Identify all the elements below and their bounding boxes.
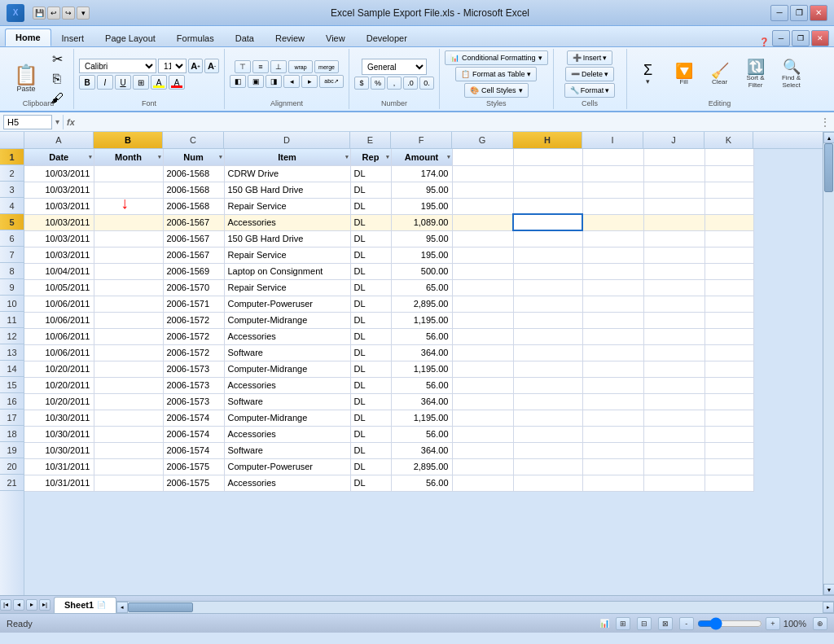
row-num-19[interactable]: 19 bbox=[0, 442, 24, 458]
month-dropdown-arrow[interactable]: ▾ bbox=[158, 154, 161, 160]
cell-D9[interactable]: Repair Service bbox=[224, 279, 350, 296]
cell-H18[interactable] bbox=[513, 426, 582, 442]
cell-J18[interactable] bbox=[643, 426, 705, 442]
font-family-select[interactable]: Calibri bbox=[79, 59, 156, 73]
cell-E7[interactable]: DL bbox=[350, 247, 391, 263]
menu-button[interactable]: ▾ bbox=[77, 7, 90, 20]
font-color-button[interactable]: A bbox=[169, 75, 185, 90]
cell-J4[interactable] bbox=[643, 198, 705, 214]
tab-view[interactable]: View bbox=[315, 28, 356, 46]
cell-C15[interactable]: 2006-1573 bbox=[163, 377, 224, 393]
cell-J13[interactable] bbox=[643, 344, 705, 361]
paste-button[interactable]: 📋 Paste bbox=[8, 62, 44, 96]
cell-H16[interactable] bbox=[513, 393, 582, 410]
cell-C17[interactable]: 2006-1574 bbox=[163, 410, 224, 426]
cell-A5[interactable]: 10/03/2011 bbox=[24, 214, 94, 230]
cell-I9[interactable] bbox=[582, 279, 643, 296]
cell-C13[interactable]: 2006-1572 bbox=[163, 344, 224, 361]
cell-D18[interactable]: Accessories bbox=[224, 426, 350, 442]
cell-E14[interactable]: DL bbox=[350, 361, 391, 377]
row-num-20[interactable]: 20 bbox=[0, 458, 24, 475]
cell-B3[interactable] bbox=[94, 182, 163, 198]
cell-J9[interactable] bbox=[643, 279, 705, 296]
cell-E13[interactable]: DL bbox=[350, 344, 391, 361]
tab-developer[interactable]: Developer bbox=[356, 28, 418, 46]
cell-F13[interactable]: 364.00 bbox=[391, 344, 452, 361]
cell-H8[interactable] bbox=[513, 263, 582, 279]
delete-cells-button[interactable]: ➖ Delete ▾ bbox=[565, 67, 614, 81]
col-header-I[interactable]: I bbox=[582, 132, 643, 148]
cell-E3[interactable]: DL bbox=[350, 182, 391, 198]
cell-F4[interactable]: 195.00 bbox=[391, 198, 452, 214]
cell-I2[interactable] bbox=[582, 165, 643, 182]
cell-I15[interactable] bbox=[582, 377, 643, 393]
cell-J17[interactable] bbox=[643, 410, 705, 426]
bold-button[interactable]: B bbox=[79, 75, 95, 90]
increase-indent-button[interactable]: ▸ bbox=[301, 75, 318, 88]
cell-G21[interactable] bbox=[452, 475, 513, 491]
cell-J2[interactable] bbox=[643, 165, 705, 182]
cell-A16[interactable]: 10/20/2011 bbox=[24, 393, 94, 410]
cell-G20[interactable] bbox=[452, 458, 513, 475]
cell-K5[interactable] bbox=[705, 214, 753, 230]
cell-H7[interactable] bbox=[513, 247, 582, 263]
item-dropdown-arrow[interactable]: ▾ bbox=[345, 154, 349, 160]
cell-J1[interactable] bbox=[643, 149, 705, 165]
cell-G19[interactable] bbox=[452, 442, 513, 458]
cell-I11[interactable] bbox=[582, 312, 643, 328]
undo-button[interactable]: ↩ bbox=[47, 7, 60, 20]
scroll-thumb-v[interactable] bbox=[824, 143, 833, 192]
cell-H13[interactable] bbox=[513, 344, 582, 361]
cell-H17[interactable] bbox=[513, 410, 582, 426]
cell-I8[interactable] bbox=[582, 263, 643, 279]
row-num-2[interactable]: 2 bbox=[0, 165, 24, 182]
cell-B2[interactable] bbox=[94, 165, 163, 182]
underline-button[interactable]: U bbox=[115, 75, 131, 90]
row-num-15[interactable]: 15 bbox=[0, 377, 24, 393]
cell-B9[interactable] bbox=[94, 279, 163, 296]
orientation-button[interactable]: abc↗ bbox=[319, 75, 344, 88]
cell-C3[interactable]: 2006-1568 bbox=[163, 182, 224, 198]
header-rep[interactable]: Rep ▾ bbox=[350, 149, 391, 165]
increase-font-button[interactable]: A+ bbox=[188, 59, 203, 73]
cell-H15[interactable] bbox=[513, 377, 582, 393]
page-break-view-button[interactable]: ⊠ bbox=[658, 617, 673, 630]
cell-J5[interactable] bbox=[643, 214, 705, 230]
cell-C10[interactable]: 2006-1571 bbox=[163, 296, 224, 312]
col-header-K[interactable]: K bbox=[705, 132, 753, 148]
conditional-formatting-button[interactable]: 📊 Conditional Formatting ▾ bbox=[445, 50, 548, 65]
increase-decimal-button[interactable]: .0 bbox=[403, 77, 418, 90]
cell-F19[interactable]: 364.00 bbox=[391, 442, 452, 458]
cell-A17[interactable]: 10/30/2011 bbox=[24, 410, 94, 426]
cell-I5[interactable] bbox=[582, 214, 643, 230]
cell-J7[interactable] bbox=[643, 247, 705, 263]
cell-H1[interactable] bbox=[513, 149, 582, 165]
cell-B4[interactable] bbox=[94, 198, 163, 214]
cell-I13[interactable] bbox=[582, 344, 643, 361]
cell-E21[interactable]: DL bbox=[350, 475, 391, 491]
cell-I3[interactable] bbox=[582, 182, 643, 198]
row-num-9[interactable]: 9 bbox=[0, 279, 24, 296]
cell-F8[interactable]: 500.00 bbox=[391, 263, 452, 279]
scroll-track-h[interactable] bbox=[128, 602, 823, 613]
redo-button[interactable]: ↪ bbox=[62, 7, 75, 20]
page-layout-view-button[interactable]: ⊟ bbox=[637, 617, 652, 630]
restore-button[interactable]: ❐ bbox=[790, 5, 808, 21]
cell-D6[interactable]: 150 GB Hard Drive bbox=[224, 230, 350, 247]
cell-H3[interactable] bbox=[513, 182, 582, 198]
find-select-button[interactable]: 🔍 Find & Select bbox=[775, 56, 808, 92]
date-dropdown-arrow[interactable]: ▾ bbox=[89, 154, 92, 160]
cell-D12[interactable]: Accessories bbox=[224, 328, 350, 344]
scroll-thumb-h[interactable] bbox=[128, 602, 193, 612]
cell-H10[interactable] bbox=[513, 296, 582, 312]
zoom-minus-button[interactable]: - bbox=[679, 617, 694, 630]
cell-C14[interactable]: 2006-1573 bbox=[163, 361, 224, 377]
cell-H20[interactable] bbox=[513, 458, 582, 475]
row-num-4[interactable]: 4 bbox=[0, 198, 24, 214]
cell-G7[interactable] bbox=[452, 247, 513, 263]
cell-A10[interactable]: 10/06/2011 bbox=[24, 296, 94, 312]
cell-K6[interactable] bbox=[705, 230, 753, 247]
cell-F17[interactable]: 1,195.00 bbox=[391, 410, 452, 426]
cell-G1[interactable] bbox=[452, 149, 513, 165]
cell-E2[interactable]: DL bbox=[350, 165, 391, 182]
